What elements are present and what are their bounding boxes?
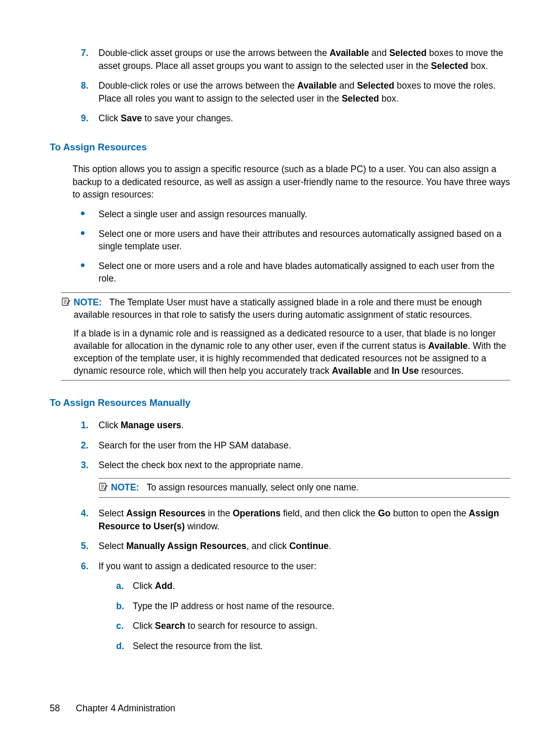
list-text: Double-click asset groups or use the arr… [99,47,510,72]
step-6: 6. If you want to assign a dedicated res… [81,560,510,660]
list-marker: 9. [81,112,99,125]
sub-marker: d. [116,640,133,653]
note-body: To assign resources manually, select onl… [147,482,359,493]
sub-text: Click Search to search for resource to a… [133,620,510,632]
sub-text: Select the resource from the list. [133,640,510,653]
sub-step-b: b. Type the IP address or host name of t… [116,600,510,613]
list-marker: 1. [81,419,99,432]
sub-text: Type the IP address or host name of the … [133,600,510,613]
list-text: Select Assign Resources in the Operation… [99,507,510,532]
bullet-list: Select a single user and assign resource… [81,208,510,285]
list-marker: 5. [81,540,99,553]
list-text: If you want to assign a dedicated resour… [99,560,510,660]
sub-step-a: a. Click Add. [116,580,510,593]
bullet-item: Select one or more users and have their … [81,228,510,252]
bullet-text: Select one or more users and have their … [99,228,510,252]
list-marker: 8. [81,79,99,105]
list-marker: 6. [81,560,99,660]
note-label: NOTE: [111,482,139,493]
list-marker: 4. [81,507,99,532]
manual-steps-list: 1. Click Manage users. 2. Search for the… [81,419,510,659]
note-continued-paragraph: If a blade is in a dynamic role and is r… [74,327,510,377]
bullet-item: Select one or more users and a role and … [81,260,510,285]
list-marker: 7. [81,47,99,72]
sub-marker: a. [116,580,133,593]
bullet-dot-icon [81,208,99,220]
bullet-item: Select a single user and assign resource… [81,208,510,220]
sub-text: Click Add. [133,580,510,593]
list-text: Select the check box next to the appropr… [99,459,510,505]
note-body: The Template User must have a statically… [74,297,482,320]
sub-steps-list: a. Click Add. b. Type the IP address or … [116,580,510,652]
note-block: NOTE: The Template User must have a stat… [61,292,510,381]
sub-step-c: c. Click Search to search for resource t… [116,620,510,632]
list-item-8: 8. Double-click roles or use the arrows … [81,79,510,105]
inner-note-block: NOTE: To assign resources manually, sele… [99,478,510,498]
step-4: 4. Select Assign Resources in the Operat… [81,507,510,532]
page-number: 58 [50,703,60,714]
top-numbered-list: 7. Double-click asset groups or use the … [81,47,510,125]
intro-paragraph: This option allows you to assign a speci… [73,163,510,200]
list-item-9: 9. Click Save to save your changes. [81,112,510,125]
step-3: 3. Select the check box next to the appr… [81,459,510,505]
sub-marker: b. [116,600,133,613]
bullet-dot-icon [81,228,99,252]
chapter-label: Chapter 4 Administration [76,703,175,713]
inner-note-text: NOTE: To assign resources manually, sele… [111,481,510,494]
page-footer: 58 Chapter 4 Administration [50,703,175,714]
sub-marker: c. [116,620,133,632]
heading-assign-resources-manually: To Assign Resources Manually [50,396,510,410]
bullet-text: Select a single user and assign resource… [99,208,510,220]
list-text: Double-click roles or use the arrows bet… [99,79,510,105]
bullet-text: Select one or more users and a role and … [99,260,510,285]
step-2: 2. Search for the user from the HP SAM d… [81,439,510,452]
list-marker: 3. [81,459,99,505]
step-1: 1. Click Manage users. [81,419,510,432]
list-text: Click Manage users. [99,419,510,432]
sub-step-d: d. Select the resource from the list. [116,640,510,653]
note-icon [99,482,108,495]
step-5: 5. Select Manually Assign Resources, and… [81,540,510,553]
bullet-dot-icon [81,260,99,285]
note-icon [61,297,71,310]
list-item-7: 7. Double-click asset groups or use the … [81,47,510,72]
heading-assign-resources: To Assign Resources [50,140,510,154]
note-label: NOTE: [74,297,102,307]
list-marker: 2. [81,439,99,452]
list-text: Search for the user from the HP SAM data… [99,439,510,452]
list-text: Select Manually Assign Resources, and cl… [99,540,510,553]
list-text: Click Save to save your changes. [99,112,510,125]
note-text: NOTE: The Template User must have a stat… [74,296,510,321]
